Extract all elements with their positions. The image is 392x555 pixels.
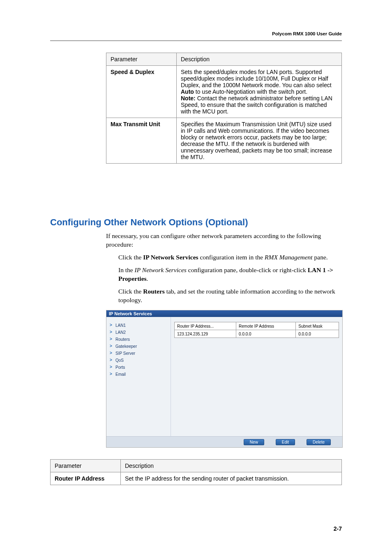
table-row: Speed & Duplex Sets the speed/duplex mod…	[106, 66, 342, 118]
table-row[interactable]: 123.124.235.129 0.0.0.0 0.0.0.0	[175, 330, 339, 338]
delete-button[interactable]: Delete	[307, 439, 331, 445]
cell-remote-ip: 0.0.0.0	[236, 330, 296, 338]
table1-row1-desc: Specifies the Maximum Transmission Unit …	[177, 118, 342, 164]
dialog-content: Router IP Address... Remote IP Address S…	[171, 317, 342, 436]
table1-row1-param: Max Transmit Unit	[106, 118, 177, 164]
table1-head-param: Parameter	[106, 53, 177, 66]
col-router-ip[interactable]: Router IP Address...	[175, 322, 236, 330]
table2-row0-desc: Set the IP address for the sending route…	[121, 472, 342, 485]
dialog-footer: New Edit Delete	[106, 436, 342, 447]
param-desc-table-1: Parameter Description Speed & Duplex Set…	[106, 53, 342, 164]
new-button[interactable]: New	[244, 439, 264, 445]
table-row: Max Transmit Unit Specifies the Maximum …	[106, 118, 342, 164]
table1-row0-desc: Sets the speed/duplex modes for LAN port…	[177, 66, 342, 118]
table1-head-desc: Description	[177, 53, 342, 66]
nav-item-sip-server[interactable]: SIP Server	[110, 350, 167, 357]
nav-item-gatekeeper[interactable]: Gatekeeper	[110, 343, 167, 350]
dialog-nav: LAN1 LAN2 Routers Gatekeeper SIP Server …	[106, 317, 171, 436]
table2-row0-param: Router IP Address	[51, 472, 121, 485]
param-desc-table-2: Parameter Description Router IP Address …	[50, 459, 342, 485]
nav-item-qos[interactable]: QoS	[110, 357, 167, 364]
table1-row0-param: Speed & Duplex	[106, 66, 177, 118]
ip-network-services-dialog: IP Network Services LAN1 LAN2 Routers Ga…	[106, 310, 343, 448]
nav-item-lan2[interactable]: LAN2	[110, 329, 167, 336]
nav-item-email[interactable]: Email	[110, 371, 167, 378]
edit-button[interactable]: Edit	[276, 439, 295, 445]
header-title: Polycom RMX 1000 User Guide	[272, 31, 342, 36]
nav-item-ports[interactable]: Ports	[110, 364, 167, 371]
step-3: 3 Click the Routers tab, and set the rou…	[118, 287, 342, 305]
intro-text: If necessary, you can configure other ne…	[106, 232, 342, 249]
dialog-title: IP Network Services	[106, 310, 342, 317]
section-heading: Configuring Other Network Options (Optio…	[50, 217, 342, 228]
page-number: 2-7	[334, 525, 342, 532]
step-1: 1 Click the IP Network Services configur…	[118, 253, 342, 262]
step-2: 2 In the IP Network Services configurati…	[118, 266, 342, 283]
table2-head-desc: Description	[121, 460, 342, 472]
routers-table[interactable]: Router IP Address... Remote IP Address S…	[174, 322, 339, 338]
cell-router-ip: 123.124.235.129	[175, 330, 236, 338]
table-row: Router IP Address Set the IP address for…	[51, 472, 342, 485]
nav-item-routers[interactable]: Routers	[110, 336, 167, 343]
col-remote-ip[interactable]: Remote IP Address	[236, 322, 296, 330]
nav-item-lan1[interactable]: LAN1	[110, 322, 167, 329]
col-subnet-mask[interactable]: Subnet Mask	[296, 322, 339, 330]
cell-subnet-mask: 0.0.0.0	[296, 330, 339, 338]
table2-head-param: Parameter	[51, 460, 121, 472]
header-rule	[50, 40, 342, 41]
